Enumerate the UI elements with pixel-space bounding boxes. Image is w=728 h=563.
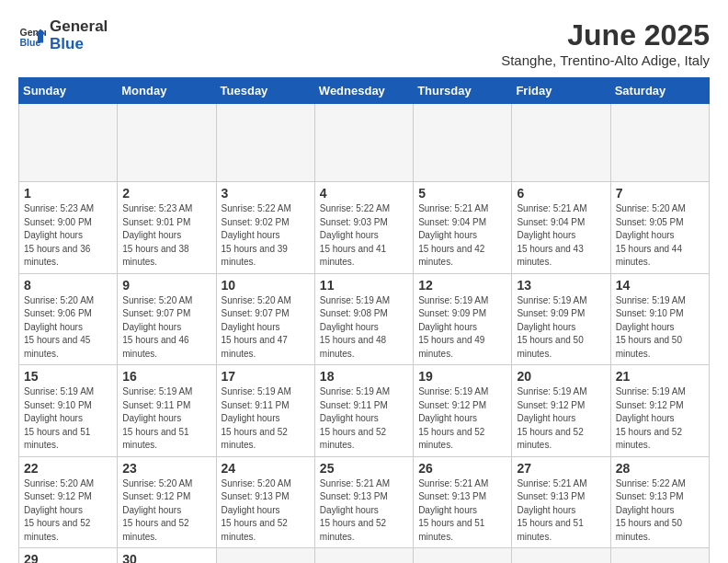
table-row: 22Sunrise: 5:20 AMSunset: 9:12 PMDayligh… bbox=[19, 456, 118, 548]
table-row bbox=[314, 548, 413, 564]
svg-text:Blue: Blue bbox=[20, 36, 41, 47]
table-row: 13Sunrise: 5:19 AMSunset: 9:09 PMDayligh… bbox=[512, 273, 610, 365]
calendar-week-row: 1Sunrise: 5:23 AMSunset: 9:00 PMDaylight… bbox=[19, 182, 710, 274]
day-number: 5 bbox=[418, 186, 506, 201]
table-row: 4Sunrise: 5:22 AMSunset: 9:03 PMDaylight… bbox=[314, 182, 413, 274]
calendar-header-row: Sunday Monday Tuesday Wednesday Thursday… bbox=[19, 78, 710, 104]
col-friday: Friday bbox=[512, 78, 610, 104]
table-row: 19Sunrise: 5:19 AMSunset: 9:12 PMDayligh… bbox=[414, 365, 512, 457]
day-info: Sunrise: 5:22 AMSunset: 9:02 PMDaylight … bbox=[222, 202, 310, 270]
title-area: June 2025 Stanghe, Trentino-Alto Adige, … bbox=[501, 18, 710, 68]
day-number: 19 bbox=[418, 369, 506, 384]
day-info: Sunrise: 5:20 AMSunset: 9:07 PMDaylight … bbox=[122, 294, 210, 362]
day-info: Sunrise: 5:23 AMSunset: 9:01 PMDaylight … bbox=[122, 202, 210, 270]
table-row: 1Sunrise: 5:23 AMSunset: 9:00 PMDaylight… bbox=[19, 182, 118, 274]
day-info: Sunrise: 5:20 AMSunset: 9:12 PMDaylight … bbox=[24, 477, 112, 545]
table-row bbox=[414, 548, 512, 564]
day-number: 17 bbox=[222, 369, 310, 384]
col-tuesday: Tuesday bbox=[216, 78, 314, 104]
day-number: 11 bbox=[320, 278, 408, 293]
day-number: 9 bbox=[122, 278, 210, 293]
calendar-week-row: 15Sunrise: 5:19 AMSunset: 9:10 PMDayligh… bbox=[19, 365, 710, 457]
table-row: 10Sunrise: 5:20 AMSunset: 9:07 PMDayligh… bbox=[216, 273, 314, 365]
table-row: 11Sunrise: 5:19 AMSunset: 9:08 PMDayligh… bbox=[314, 273, 413, 365]
day-number: 3 bbox=[222, 186, 310, 201]
table-row bbox=[414, 104, 512, 182]
table-row: 29Sunrise: 5:22 AMSunset: 9:13 PMDayligh… bbox=[19, 548, 118, 564]
logo: General Blue General Blue bbox=[18, 18, 108, 52]
day-number: 18 bbox=[320, 369, 408, 384]
day-number: 24 bbox=[222, 461, 310, 476]
col-wednesday: Wednesday bbox=[314, 78, 413, 104]
table-row bbox=[216, 548, 314, 564]
table-row bbox=[19, 104, 118, 182]
table-row: 9Sunrise: 5:20 AMSunset: 9:07 PMDaylight… bbox=[118, 273, 216, 365]
table-row: 6Sunrise: 5:21 AMSunset: 9:04 PMDaylight… bbox=[512, 182, 610, 274]
page-header: General Blue General Blue June 2025 Stan… bbox=[18, 18, 710, 68]
table-row: 8Sunrise: 5:20 AMSunset: 9:06 PMDaylight… bbox=[19, 273, 118, 365]
table-row: 3Sunrise: 5:22 AMSunset: 9:02 PMDaylight… bbox=[216, 182, 314, 274]
table-row: 26Sunrise: 5:21 AMSunset: 9:13 PMDayligh… bbox=[414, 456, 512, 548]
day-info: Sunrise: 5:20 AMSunset: 9:06 PMDaylight … bbox=[24, 294, 112, 362]
day-info: Sunrise: 5:22 AMSunset: 9:03 PMDaylight … bbox=[320, 202, 408, 270]
calendar-subtitle: Stanghe, Trentino-Alto Adige, Italy bbox=[501, 52, 710, 68]
table-row bbox=[314, 104, 413, 182]
calendar-week-row bbox=[19, 104, 710, 182]
table-row: 2Sunrise: 5:23 AMSunset: 9:01 PMDaylight… bbox=[118, 182, 216, 274]
day-info: Sunrise: 5:19 AMSunset: 9:12 PMDaylight … bbox=[418, 385, 506, 453]
day-number: 2 bbox=[122, 186, 210, 201]
calendar-week-row: 8Sunrise: 5:20 AMSunset: 9:06 PMDaylight… bbox=[19, 273, 710, 365]
table-row bbox=[216, 104, 314, 182]
day-info: Sunrise: 5:19 AMSunset: 9:09 PMDaylight … bbox=[517, 294, 605, 362]
day-number: 8 bbox=[24, 278, 112, 293]
day-info: Sunrise: 5:22 AMSunset: 9:13 PMDaylight … bbox=[616, 477, 704, 545]
calendar-title: June 2025 bbox=[501, 18, 710, 52]
calendar-table: Sunday Monday Tuesday Wednesday Thursday… bbox=[18, 77, 710, 563]
day-info: Sunrise: 5:19 AMSunset: 9:12 PMDaylight … bbox=[517, 385, 605, 453]
day-number: 14 bbox=[616, 278, 704, 293]
day-info: Sunrise: 5:19 AMSunset: 9:12 PMDaylight … bbox=[616, 385, 704, 453]
day-number: 13 bbox=[517, 278, 605, 293]
table-row: 14Sunrise: 5:19 AMSunset: 9:10 PMDayligh… bbox=[610, 273, 709, 365]
day-info: Sunrise: 5:21 AMSunset: 9:13 PMDaylight … bbox=[418, 477, 506, 545]
day-number: 25 bbox=[320, 461, 408, 476]
day-number: 15 bbox=[24, 369, 112, 384]
day-info: Sunrise: 5:20 AMSunset: 9:05 PMDaylight … bbox=[616, 202, 704, 270]
day-number: 22 bbox=[24, 461, 112, 476]
col-saturday: Saturday bbox=[610, 78, 709, 104]
day-info: Sunrise: 5:20 AMSunset: 9:13 PMDaylight … bbox=[222, 477, 310, 545]
table-row bbox=[118, 104, 216, 182]
day-info: Sunrise: 5:19 AMSunset: 9:11 PMDaylight … bbox=[222, 385, 310, 453]
day-number: 30 bbox=[122, 552, 210, 563]
day-number: 4 bbox=[320, 186, 408, 201]
table-row: 24Sunrise: 5:20 AMSunset: 9:13 PMDayligh… bbox=[216, 456, 314, 548]
table-row: 15Sunrise: 5:19 AMSunset: 9:10 PMDayligh… bbox=[19, 365, 118, 457]
table-row bbox=[512, 104, 610, 182]
day-number: 27 bbox=[517, 461, 605, 476]
table-row: 7Sunrise: 5:20 AMSunset: 9:05 PMDaylight… bbox=[610, 182, 709, 274]
col-sunday: Sunday bbox=[19, 78, 118, 104]
table-row: 30Sunrise: 5:23 AMSunset: 9:12 PMDayligh… bbox=[118, 548, 216, 564]
day-info: Sunrise: 5:21 AMSunset: 9:04 PMDaylight … bbox=[517, 202, 605, 270]
table-row bbox=[610, 104, 709, 182]
table-row: 17Sunrise: 5:19 AMSunset: 9:11 PMDayligh… bbox=[216, 365, 314, 457]
day-number: 1 bbox=[24, 186, 112, 201]
day-info: Sunrise: 5:21 AMSunset: 9:13 PMDaylight … bbox=[517, 477, 605, 545]
day-number: 12 bbox=[418, 278, 506, 293]
day-info: Sunrise: 5:19 AMSunset: 9:08 PMDaylight … bbox=[320, 294, 408, 362]
day-info: Sunrise: 5:23 AMSunset: 9:00 PMDaylight … bbox=[24, 202, 112, 270]
day-number: 20 bbox=[517, 369, 605, 384]
col-monday: Monday bbox=[118, 78, 216, 104]
logo-blue: Blue bbox=[50, 35, 84, 52]
table-row: 23Sunrise: 5:20 AMSunset: 9:12 PMDayligh… bbox=[118, 456, 216, 548]
col-thursday: Thursday bbox=[414, 78, 512, 104]
table-row: 21Sunrise: 5:19 AMSunset: 9:12 PMDayligh… bbox=[610, 365, 709, 457]
day-info: Sunrise: 5:19 AMSunset: 9:10 PMDaylight … bbox=[24, 385, 112, 453]
day-number: 6 bbox=[517, 186, 605, 201]
day-number: 7 bbox=[616, 186, 704, 201]
day-info: Sunrise: 5:19 AMSunset: 9:11 PMDaylight … bbox=[122, 385, 210, 453]
table-row: 18Sunrise: 5:19 AMSunset: 9:11 PMDayligh… bbox=[314, 365, 413, 457]
calendar-week-row: 22Sunrise: 5:20 AMSunset: 9:12 PMDayligh… bbox=[19, 456, 710, 548]
table-row: 28Sunrise: 5:22 AMSunset: 9:13 PMDayligh… bbox=[610, 456, 709, 548]
day-info: Sunrise: 5:19 AMSunset: 9:09 PMDaylight … bbox=[418, 294, 506, 362]
